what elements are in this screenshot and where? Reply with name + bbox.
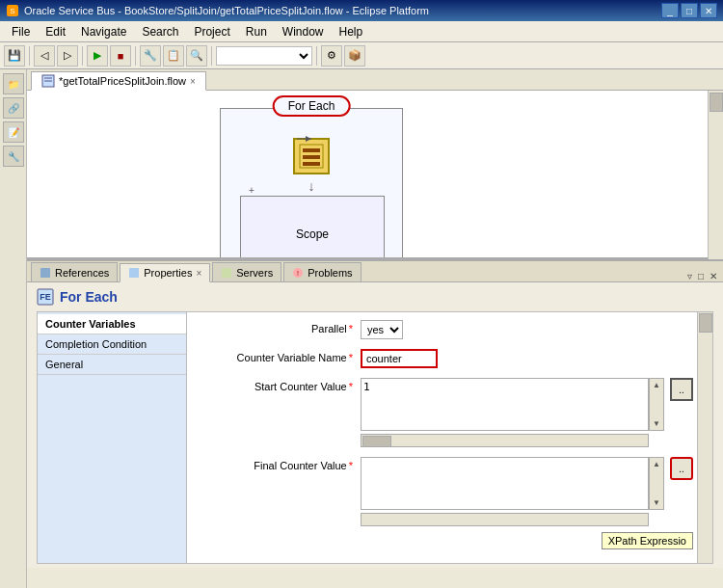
xpath-tooltip: XPath Expressio [602, 532, 693, 549]
menu-file[interactable]: File [4, 23, 38, 40]
diagram-canvas[interactable]: For Each ↓ + [27, 91, 708, 259]
for-each-panel-icon: FE [37, 288, 54, 306]
forward-btn[interactable]: ▷ [57, 45, 78, 67]
tool1[interactable]: 🔧 [140, 45, 161, 67]
panel-maximize-icon[interactable]: □ [696, 271, 706, 281]
connector-icon [298, 143, 325, 170]
diagram-vscroll[interactable] [708, 91, 723, 259]
start-req: * [349, 381, 353, 392]
tool3[interactable]: 🔍 [186, 45, 207, 67]
final-scroll-up: ▲ [653, 460, 660, 468]
svg-text:FE: FE [40, 292, 51, 302]
tool5[interactable]: 📦 [344, 45, 365, 67]
final-hscroll[interactable] [361, 513, 649, 526]
svg-rect-6 [303, 148, 320, 152]
nav-completion-condition[interactable]: Completion Condition [38, 334, 186, 355]
properties-tab-close[interactable]: × [196, 268, 201, 279]
tab-problems-label: Problems [308, 267, 352, 279]
menu-run[interactable]: Run [238, 23, 275, 40]
start-hscroll[interactable] [361, 434, 649, 447]
panel-minimize-icon[interactable]: ▿ [685, 271, 694, 281]
toolbar: 💾 ◁ ▷ ▶ ■ 🔧 📋 🔍 ⚙ 📦 [0, 42, 723, 69]
panel-body: Counter Variables Completion Condition G… [37, 311, 713, 564]
panel-content: FE For Each Counter Variables Completion… [27, 282, 723, 568]
menu-window[interactable]: Window [275, 23, 332, 40]
editor-tab-label: *getTotalPriceSplitJoin.flow [59, 75, 186, 87]
nav-general[interactable]: General [38, 355, 186, 375]
toolbar-combo[interactable] [216, 46, 312, 66]
side-icon-2[interactable]: 🔗 [3, 97, 24, 119]
vscroll-thumb-top [710, 93, 723, 112]
side-icon-1[interactable]: 📁 [3, 73, 24, 94]
parallel-select[interactable]: yes no [361, 320, 403, 339]
references-icon [40, 267, 51, 279]
servers-icon [221, 267, 232, 279]
main-area: 📁 🔗 📝 🔧 *getTotalPriceSplitJoin.flow × [0, 69, 723, 588]
tab-servers[interactable]: Servers [212, 262, 281, 281]
props-form: Parallel* yes no Counter Variabl [187, 312, 712, 563]
tab-properties[interactable]: Properties × [120, 263, 210, 282]
properties-icon [128, 267, 140, 279]
svg-text:!: ! [297, 270, 299, 277]
parallel-label: Parallel* [197, 320, 361, 334]
side-icon-4[interactable]: 🔧 [3, 146, 24, 167]
counter-name-input[interactable] [361, 349, 438, 368]
menu-navigate[interactable]: Navigate [73, 23, 134, 40]
tab-references[interactable]: References [31, 262, 118, 281]
back-btn[interactable]: ◁ [34, 45, 55, 67]
menu-edit[interactable]: Edit [38, 23, 73, 40]
svg-rect-7 [303, 155, 320, 159]
content-area: *getTotalPriceSplitJoin.flow × For Each [27, 69, 723, 588]
stop-btn[interactable]: ■ [110, 45, 131, 67]
scope-node[interactable]: + Scope [240, 196, 385, 259]
arrow-down: ↓ [308, 178, 315, 194]
final-counter-textarea[interactable] [361, 457, 649, 510]
start-vscroll: ▲ ▼ [649, 378, 664, 431]
start-counter-textarea[interactable]: 1 [361, 378, 649, 431]
menu-bar: File Edit Navigate Search Project Run Wi… [0, 21, 723, 42]
maximize-btn[interactable]: □ [681, 3, 698, 18]
nav-counter-variables[interactable]: Counter Variables [38, 314, 186, 334]
props-nav: Counter Variables Completion Condition G… [38, 312, 187, 563]
panel-tabs: References Properties × Servers [27, 261, 723, 282]
parallel-req: * [349, 323, 353, 334]
start-dotdot-btn[interactable]: .. [670, 378, 693, 401]
hscroll-thumb [362, 436, 391, 447]
editor-tab-close[interactable]: × [190, 76, 196, 87]
sep1 [29, 46, 30, 66]
close-btn[interactable]: ✕ [700, 3, 717, 18]
tab-servers-label: Servers [236, 267, 273, 279]
final-counter-row: Final Counter Value* ▲ ▼ [197, 457, 693, 526]
left-panel: 📁 🔗 📝 🔧 [0, 69, 27, 588]
menu-project[interactable]: Project [186, 23, 237, 40]
tab-problems[interactable]: ! Problems [283, 262, 361, 281]
properties-panel: References Properties × Servers [27, 259, 723, 568]
panel-close-icon[interactable]: ✕ [708, 271, 719, 281]
editor-tabs: *getTotalPriceSplitJoin.flow × [27, 69, 723, 91]
start-counter-label: Start Counter Value* [197, 378, 361, 392]
tool4[interactable]: ⚙ [321, 45, 342, 67]
sep5 [316, 46, 317, 66]
svg-rect-8 [303, 162, 320, 166]
side-icon-3[interactable]: 📝 [3, 121, 24, 143]
panel-title-text: For Each [60, 289, 118, 305]
editor-tab-main[interactable]: *getTotalPriceSplitJoin.flow × [31, 71, 206, 91]
svg-rect-10 [40, 268, 50, 278]
app-icon: S [6, 4, 19, 17]
menu-help[interactable]: Help [332, 23, 371, 40]
run-btn[interactable]: ▶ [87, 45, 108, 67]
form-vscroll[interactable] [697, 312, 712, 563]
title-bar: S Oracle Service Bus - BookStore/SplitJo… [0, 0, 723, 21]
scroll-down-icon: ▼ [653, 419, 660, 428]
save-btn[interactable]: 💾 [4, 45, 25, 67]
tool2[interactable]: 📋 [163, 45, 184, 67]
connector-node[interactable] [293, 138, 330, 174]
counter-name-req: * [349, 352, 353, 363]
menu-search[interactable]: Search [134, 23, 186, 40]
window-controls: _ □ ✕ [661, 3, 717, 18]
minimize-btn[interactable]: _ [661, 3, 679, 18]
sep3 [135, 46, 136, 66]
final-dotdot-btn[interactable]: .. [670, 457, 693, 480]
start-counter-area: 1 ▲ ▼ [361, 378, 664, 447]
sep2 [82, 46, 83, 66]
